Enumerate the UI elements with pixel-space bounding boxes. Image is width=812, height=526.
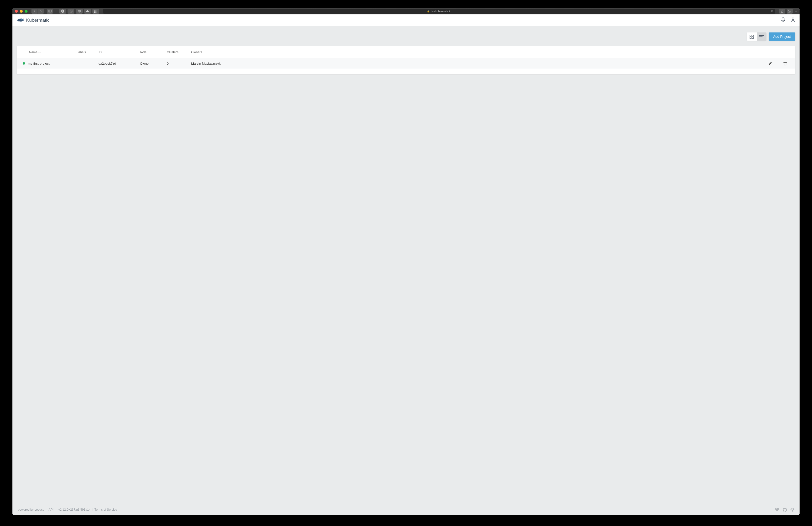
svg-rect-13 bbox=[96, 12, 96, 13]
column-labels[interactable]: Labels bbox=[76, 50, 99, 54]
svg-point-18 bbox=[22, 19, 22, 20]
content-area: Add Project Name ︿ Labels ID Role Cluste… bbox=[12, 26, 334, 217]
nav-back-forward bbox=[31, 9, 44, 14]
svg-rect-12 bbox=[95, 12, 95, 13]
window-minimize-button[interactable] bbox=[20, 10, 23, 13]
toolbar: Add Project bbox=[17, 32, 334, 41]
nav-forward-button[interactable] bbox=[38, 9, 44, 14]
labels-cell: - bbox=[76, 62, 99, 66]
browser-window: B 🔒 dev.kubermatic.io ⟳ + bbox=[12, 8, 334, 217]
role-cell: Owner bbox=[140, 62, 167, 66]
app-header: Kubermatic bbox=[12, 14, 334, 26]
brand-name: Kubermatic bbox=[26, 17, 49, 23]
column-owners[interactable]: Owners bbox=[191, 50, 334, 54]
svg-rect-10 bbox=[96, 11, 96, 12]
svg-rect-8 bbox=[97, 10, 97, 11]
browser-titlebar: B 🔒 dev.kubermatic.io ⟳ + bbox=[12, 8, 334, 14]
name-cell: my-first-project bbox=[28, 62, 76, 66]
window-maximize-button[interactable] bbox=[25, 10, 28, 13]
url-bar[interactable]: 🔒 dev.kubermatic.io ⟳ bbox=[103, 9, 334, 14]
ext-b-icon[interactable]: B bbox=[59, 9, 66, 14]
clusters-cell: 0 bbox=[167, 62, 191, 66]
svg-rect-14 bbox=[97, 12, 97, 13]
column-role[interactable]: Role bbox=[140, 50, 167, 54]
window-close-button[interactable] bbox=[15, 10, 18, 13]
table-spacer bbox=[17, 69, 334, 74]
column-id[interactable]: ID bbox=[99, 50, 140, 54]
column-name-label: Name bbox=[29, 50, 38, 54]
owners-cell: Marcin Maciaszczyk bbox=[191, 62, 334, 66]
status-cell bbox=[17, 62, 28, 65]
id-cell: gx2bgsk7zd bbox=[99, 62, 140, 66]
ext-spiral-icon[interactable] bbox=[76, 9, 83, 14]
traffic-lights bbox=[15, 10, 28, 13]
projects-table: Name ︿ Labels ID Role Clusters Owners my… bbox=[17, 46, 334, 74]
app-root: Kubermatic bbox=[12, 14, 334, 217]
table-header: Name ︿ Labels ID Role Clusters Owners bbox=[17, 46, 334, 58]
kubermatic-logo-icon bbox=[17, 17, 24, 23]
sort-asc-icon: ︿ bbox=[39, 51, 41, 54]
svg-point-5 bbox=[79, 11, 80, 12]
table-row[interactable]: my-first-project - gx2bgsk7zd Owner 0 Ma… bbox=[17, 58, 334, 69]
ext-grid-icon[interactable] bbox=[92, 9, 99, 14]
svg-point-3 bbox=[71, 11, 71, 12]
svg-rect-9 bbox=[95, 11, 95, 12]
column-clusters[interactable]: Clusters bbox=[167, 50, 191, 54]
brand[interactable]: Kubermatic bbox=[17, 17, 49, 23]
svg-rect-0 bbox=[48, 10, 52, 12]
extension-icons: B bbox=[59, 9, 99, 14]
svg-rect-7 bbox=[96, 10, 96, 11]
svg-rect-11 bbox=[97, 11, 97, 12]
column-name[interactable]: Name ︿ bbox=[17, 50, 76, 54]
sidebar-toggle-button[interactable] bbox=[47, 9, 53, 14]
projects-card: Name ︿ Labels ID Role Clusters Owners my… bbox=[17, 46, 334, 74]
ext-circle-icon[interactable] bbox=[68, 9, 74, 14]
svg-rect-6 bbox=[95, 10, 95, 11]
ext-cloud-icon[interactable] bbox=[84, 9, 91, 14]
status-dot-icon bbox=[23, 62, 25, 65]
svg-point-4 bbox=[78, 10, 81, 12]
nav-back-button[interactable] bbox=[31, 9, 38, 14]
